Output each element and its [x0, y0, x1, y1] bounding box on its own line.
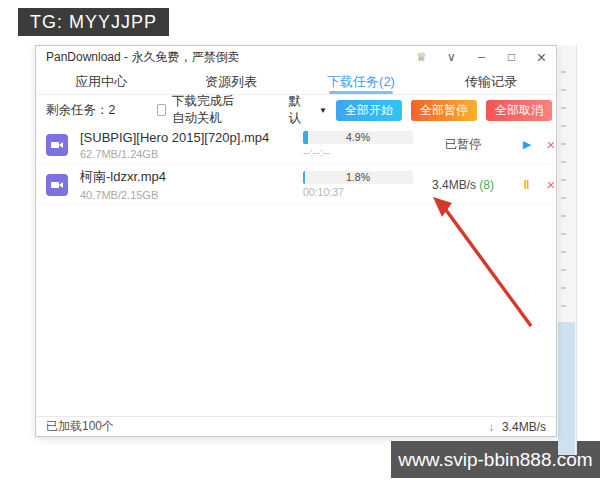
maximize-button[interactable]: □ — [503, 49, 520, 66]
shutdown-checkbox[interactable] — [157, 104, 166, 116]
task-time: 00:10:37 — [303, 186, 418, 198]
task-size: 62.7MB/1.24GB — [80, 148, 295, 160]
priority-dropdown[interactable]: 默认 ▼ — [289, 93, 327, 127]
start-all-button[interactable]: 全部开始 — [336, 100, 402, 121]
statusbar: 已加载100个 ↓ 3.4MB/s — [36, 416, 556, 436]
camera-lens-shape — [59, 142, 63, 148]
tab-app-center[interactable]: 应用中心 — [36, 69, 166, 94]
task-size: 40.7MB/2.15GB — [80, 189, 295, 201]
telegram-watermark-badge: TG: MYYJJPP — [18, 8, 169, 36]
pause-all-button[interactable]: 全部暂停 — [411, 100, 477, 121]
camera-body-shape — [51, 182, 59, 188]
task-filename: 柯南-ldzxr.mp4 — [80, 168, 295, 186]
progress-percent: 4.9% — [303, 131, 413, 144]
pause-task-icon[interactable]: ‖ — [518, 178, 536, 192]
cancel-all-button[interactable]: 全部取消 — [486, 100, 552, 121]
progress-percent: 1.8% — [303, 171, 413, 184]
priority-dropdown-value: 默认 — [289, 93, 302, 127]
tab-transfer-history[interactable]: 传输记录 — [426, 69, 556, 94]
remaining-tasks-label: 剩余任务：2 — [46, 102, 115, 119]
toolbar: 剩余任务：2 下载完成后自动关机 默认 ▼ 全部开始 全部暂停 全部取消 — [36, 95, 556, 125]
global-speed-label: 3.4MB/s — [502, 420, 546, 434]
task-thread-count: (8) — [479, 178, 494, 192]
pandownload-window: PanDownload - 永久免费，严禁倒卖 ♕ ∨ – □ × 应用中心 资… — [35, 45, 557, 437]
progress-bar: 4.9% — [303, 131, 413, 144]
camera-lens-shape — [59, 182, 63, 188]
titlebar: PanDownload - 永久免费，严禁倒卖 ♕ ∨ – □ × — [36, 46, 556, 69]
video-file-icon — [46, 174, 68, 196]
crown-icon[interactable]: ♕ — [413, 49, 430, 66]
cancel-task-icon[interactable]: × — [542, 176, 556, 193]
task-status: 已暂停 — [445, 137, 481, 151]
minimize-button[interactable]: – — [473, 49, 490, 66]
camera-body-shape — [51, 142, 59, 148]
tab-download-tasks[interactable]: 下载任务(2) — [296, 69, 426, 94]
cancel-task-icon[interactable]: × — [542, 136, 556, 153]
download-arrow-icon: ↓ — [488, 420, 494, 434]
resume-task-icon[interactable]: ▶ — [518, 138, 536, 151]
close-button[interactable]: × — [533, 49, 550, 66]
task-row[interactable]: 柯南-ldzxr.mp4 40.7MB/2.15GB 1.8% 00:10:37… — [36, 165, 556, 205]
task-time: --:--:-- — [303, 146, 418, 158]
task-speed: 3.4MB/s — [432, 178, 476, 192]
dropdown-arrow-icon: ▼ — [319, 106, 327, 115]
task-list: [SUBPIG][Hero 2015][720p].mp4 62.7MB/1.2… — [36, 125, 556, 416]
background-text-specks — [561, 55, 566, 325]
progress-bar: 1.8% — [303, 171, 413, 184]
task-filename: [SUBPIG][Hero 2015][720p].mp4 — [80, 130, 295, 145]
loaded-count-label: 已加载100个 — [46, 418, 114, 435]
tabbar: 应用中心 资源列表 下载任务(2) 传输记录 — [36, 69, 556, 94]
window-title: PanDownload - 永久免费，严禁倒卖 — [46, 49, 239, 66]
tab-resource-list[interactable]: 资源列表 — [166, 69, 296, 94]
task-row[interactable]: [SUBPIG][Hero 2015][720p].mp4 62.7MB/1.2… — [36, 125, 556, 165]
background-window-sliver — [558, 45, 577, 455]
shutdown-checkbox-wrap[interactable]: 下载完成后自动关机 — [157, 93, 246, 127]
background-blue-area — [558, 322, 575, 455]
video-file-icon — [46, 134, 68, 156]
shutdown-checkbox-label: 下载完成后自动关机 — [172, 93, 247, 127]
chevron-down-icon[interactable]: ∨ — [443, 49, 460, 66]
